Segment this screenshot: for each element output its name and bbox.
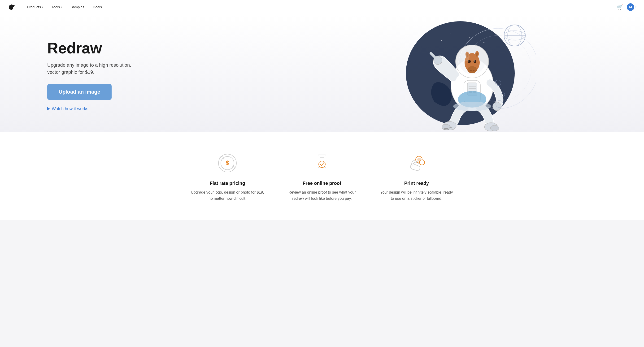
feature-free-proof-title: Free online proof [284,180,360,186]
upload-button[interactable]: Upload an image [47,84,112,100]
nav-products[interactable]: Products ▾ [23,0,47,14]
svg-point-47 [490,125,499,131]
hero-illustration [258,14,644,132]
svg-point-31 [470,70,472,71]
svg-point-61 [319,161,325,168]
feature-flat-rate-title: Flat rate pricing [190,180,265,186]
feature-free-proof: Free online proof Review an online proof… [275,151,369,202]
nav-deals[interactable]: Deals [89,0,106,14]
hero-content: Redraw Upgrade any image to a high resol… [0,40,132,111]
cart-icon[interactable]: 🛒 [617,4,623,10]
avatar: M [627,3,634,11]
hero-section: Redraw Upgrade any image to a high resol… [0,14,644,132]
nav-links: Products ▾ Tools ▾ Samples Deals [23,0,617,14]
svg-point-2 [441,40,442,41]
svg-point-3 [450,33,451,34]
products-chevron-icon: ▾ [42,6,43,8]
svg-text:$: $ [226,160,229,166]
hero-title: Redraw [47,40,132,56]
feature-flat-rate-desc: Upgrade your logo, design or photo for $… [190,189,265,202]
svg-point-35 [468,60,469,62]
features-section: $ Flat rate pricing Upgrade your logo, d… [0,132,644,220]
svg-point-6 [448,59,449,59]
feature-print-ready-title: Print ready [379,180,454,186]
watch-link[interactable]: Watch how it works [47,106,132,111]
flat-rate-icon: $ [190,151,265,175]
svg-point-64 [417,158,421,162]
navbar: Products ▾ Tools ▾ Samples Deals 🛒 M ▾ [0,0,644,14]
play-icon [47,107,50,110]
svg-point-49 [453,102,491,111]
tools-chevron-icon: ▾ [61,6,62,8]
svg-point-36 [474,60,475,62]
user-menu[interactable]: M ▾ [627,3,636,11]
nav-samples[interactable]: Samples [66,0,88,14]
feature-free-proof-desc: Review an online proof to see what your … [284,189,360,202]
svg-point-34 [474,60,476,63]
svg-point-43 [493,102,501,110]
svg-point-11 [484,42,484,43]
svg-point-0 [10,6,11,6]
logo[interactable] [8,4,15,10]
user-chevron-icon: ▾ [635,6,636,8]
hero-subtitle: Upgrade any image to a high resolution, … [47,62,132,76]
svg-point-30 [468,66,477,73]
feature-flat-rate: $ Flat rate pricing Upgrade your logo, d… [180,151,275,202]
nav-tools[interactable]: Tools ▾ [47,0,66,14]
nav-right: 🛒 M ▾ [617,3,636,11]
svg-point-4 [469,37,470,38]
feature-print-ready: Print ready Your design will be infinite… [369,151,464,202]
feature-print-ready-desc: Your design will be infinitely scalable,… [379,189,454,202]
svg-point-32 [472,70,474,71]
free-proof-icon [284,151,360,175]
print-ready-icon [379,151,454,175]
svg-point-33 [468,60,471,63]
